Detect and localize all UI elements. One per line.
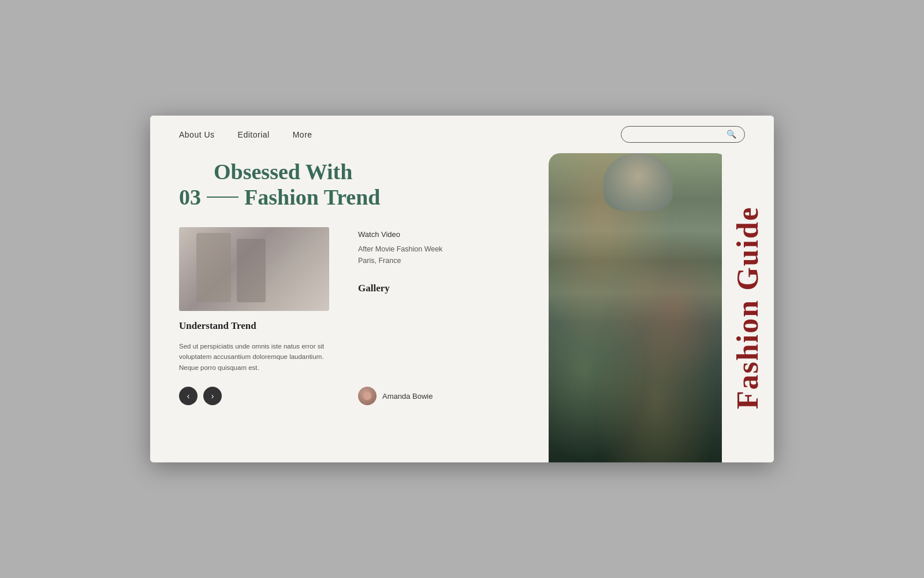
understand-body: Sed ut perspiciatis unde omnis iste natu… [179,341,329,373]
nav-editorial[interactable]: Editorial [238,130,270,139]
headline-dash [207,197,239,198]
headline-number: 03 [179,184,201,210]
prev-button[interactable]: ‹ [179,387,198,405]
headline-line2: Fashion Trend [244,184,380,210]
after-movie-text: After Movie Fashion Week Paris, France [358,243,745,266]
avatar [358,387,377,405]
carousel-controls: ‹ › [179,387,341,405]
understand-title: Understand Trend [179,320,341,332]
right-column: Watch Video After Movie Fashion Week Par… [358,227,745,405]
nav-about[interactable]: About Us [179,130,215,139]
gallery-title: Gallery [358,283,745,294]
content-area: Obsessed With 03 Fashion Trend Understan… [150,153,774,462]
browser-window: About Us Editorial More 🔍 Obsessed With … [150,116,774,462]
nav-more[interactable]: More [293,130,312,139]
bottom-section: Understand Trend Sed ut perspiciatis und… [179,227,745,405]
main-content: Obsessed With 03 Fashion Trend Understan… [150,153,774,462]
search-icon: 🔍 [726,129,736,139]
search-bar[interactable]: 🔍 [621,126,745,143]
next-button[interactable]: › [203,387,222,405]
fashion-thumbnail [179,227,329,311]
author-row: Amanda Bowie [358,364,745,405]
watch-video-link[interactable]: Watch Video [358,230,745,239]
navigation: About Us Editorial More 🔍 [150,116,774,153]
author-name: Amanda Bowie [382,392,433,401]
vertical-title-text: Fashion Guide [733,206,763,409]
headline-line1: Obsessed With [214,160,352,184]
hero-headline: Obsessed With 03 Fashion Trend [179,159,745,210]
vertical-title-container: Fashion Guide [722,153,774,462]
search-input[interactable] [629,130,722,139]
left-column: Understand Trend Sed ut perspiciatis und… [179,227,341,405]
